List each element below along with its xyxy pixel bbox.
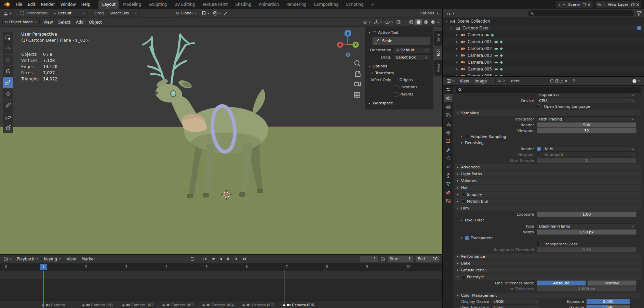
outliner-row-camera-006[interactable]: Camera.006 <box>443 73 644 76</box>
outliner-search[interactable] <box>528 10 634 16</box>
expand-arrow-icon[interactable] <box>455 74 459 76</box>
slider-gamma[interactable]: 1.000 <box>586 305 630 308</box>
timeline-markers-row[interactable]: CameraCamera.001Camera.002Camera.003Came… <box>0 300 442 308</box>
delete-scene-icon[interactable] <box>587 3 591 7</box>
workspace-tab-shading[interactable]: Shading <box>231 0 255 9</box>
image-menu-image[interactable]: Image <box>472 78 489 84</box>
section-volumes[interactable]: ▸Volumes <box>455 178 641 184</box>
field-render[interactable]: 500 <box>537 122 636 128</box>
marker-camera[interactable]: Camera <box>41 303 65 307</box>
properties-search[interactable] <box>456 87 641 93</box>
workspace-tab-animation[interactable]: Animation <box>255 0 283 9</box>
workspace-tab-texture-paint[interactable]: Texture Paint <box>199 0 231 9</box>
topbar-menu-render[interactable]: Render <box>38 1 58 8</box>
fake-user-icon[interactable] <box>550 79 554 83</box>
outliner-row-camera-005[interactable]: Camera.005 <box>443 66 644 73</box>
topbar-menu-help[interactable]: Help <box>79 1 93 8</box>
properties-tab-physics[interactable] <box>444 163 453 171</box>
workspace-tab-compositing[interactable]: Compositing <box>310 0 342 9</box>
properties-tab-texture[interactable] <box>444 197 453 205</box>
drag-dropdown[interactable]: Select Box <box>394 54 430 61</box>
field-width[interactable]: 1.50 px <box>537 229 636 235</box>
camera-view-icon[interactable] <box>354 82 360 86</box>
expand-arrow-icon[interactable] <box>455 33 459 37</box>
checkbox-viewport[interactable] <box>537 153 541 157</box>
end-frame-field[interactable]: End 10 <box>415 256 440 262</box>
blender-logo-icon[interactable] <box>3 2 11 7</box>
section-pixel-filter[interactable]: ▾Pixel Filter <box>458 217 641 223</box>
jump-to-end-button[interactable] <box>241 256 247 262</box>
field-line-thickness[interactable]: 1.000 px <box>537 286 636 292</box>
unlink-image-icon[interactable] <box>564 79 568 83</box>
tool-select-box-button[interactable] <box>3 32 13 43</box>
editor-type-selector[interactable] <box>2 256 13 262</box>
use-preview-range-icon[interactable] <box>380 257 385 261</box>
shading-material-button[interactable] <box>422 19 429 25</box>
sidebar-tab-view[interactable]: View <box>434 60 442 75</box>
summary-channel[interactable] <box>0 271 442 279</box>
properties-tab-scene[interactable] <box>444 120 453 128</box>
checkbox-parents[interactable] <box>394 92 398 97</box>
section-active-tool[interactable]: ▾ Active Tool <box>365 29 433 36</box>
section-light-paths[interactable]: ▸Light Paths <box>455 171 641 177</box>
gizmos-dropdown[interactable] <box>373 19 384 25</box>
tool-transform-button[interactable] <box>3 89 13 99</box>
proportional-editing-toggle[interactable] <box>212 10 223 16</box>
collapse-arrow-icon[interactable] <box>450 26 454 30</box>
axis-gizmo[interactable]: Z X Y <box>337 30 359 56</box>
auto-keying-button[interactable] <box>189 256 196 262</box>
mode-selector[interactable]: Object Mode <box>2 19 40 25</box>
marker-camera-005[interactable]: Camera.005 <box>242 303 274 307</box>
playhead-line[interactable] <box>43 271 44 308</box>
perspective-grid-icon[interactable] <box>354 92 360 97</box>
expand-arrow-icon[interactable] <box>455 47 459 51</box>
expand-arrow-icon[interactable] <box>455 60 459 65</box>
dropdown-type[interactable]: Blackman-Harris <box>537 223 636 229</box>
section-options[interactable]: ▾ Options <box>365 62 433 70</box>
properties-tab-render[interactable] <box>444 94 453 102</box>
next-keyframe-button[interactable] <box>233 256 240 262</box>
image-menu-view[interactable]: View <box>457 78 472 84</box>
dropdown-render[interactable]: NLM <box>542 146 636 152</box>
workspace-tab-modeling[interactable]: Modeling <box>119 0 145 9</box>
workspace-tab-sculpting[interactable]: Sculpting <box>145 0 171 9</box>
section-transform[interactable]: ▾ Transform <box>365 70 433 76</box>
add-workspace-button[interactable]: + <box>367 0 378 9</box>
current-frame-indicator[interactable]: 1 <box>40 264 47 270</box>
image-name-field[interactable]: deer <box>509 78 549 84</box>
new-scene-icon[interactable] <box>582 3 586 7</box>
properties-tab-view-layer[interactable] <box>444 111 453 119</box>
collection-include-checkbox[interactable] <box>637 26 641 30</box>
checkbox-transparent-glass[interactable] <box>537 242 541 246</box>
shading-solid-button[interactable] <box>415 19 422 25</box>
previous-keyframe-button[interactable] <box>209 256 216 262</box>
section-denoising[interactable]: ▾Denoising <box>458 140 641 146</box>
transform-pivot-dropdown[interactable]: Global <box>174 10 199 16</box>
active-tool-button[interactable]: Scale <box>372 37 430 45</box>
properties-tab-modifiers[interactable] <box>444 145 453 154</box>
viewport-menu-select[interactable]: Select <box>56 19 73 25</box>
section-simplify[interactable]: ▸Simplify <box>455 192 641 197</box>
expand-arrow-icon[interactable] <box>455 67 459 72</box>
workspace-tab-uv-editing[interactable]: UV Editing <box>171 0 199 9</box>
tool-annotate-button[interactable] <box>3 100 13 111</box>
drag-dropdown[interactable]: Select Box <box>107 10 140 16</box>
outliner-row-camera-003[interactable]: Camera.003 <box>443 52 644 59</box>
section-checkbox-transparent[interactable] <box>465 236 469 240</box>
checkbox-origins[interactable] <box>394 78 398 82</box>
jump-to-start-button[interactable] <box>201 256 208 262</box>
dropdown-feature-set[interactable]: Supported <box>537 94 636 98</box>
properties-tab-constraints[interactable] <box>444 171 453 179</box>
topbar-menu-edit[interactable]: Edit <box>25 1 38 8</box>
filter-icon[interactable] <box>637 11 642 16</box>
viewport-menu-view[interactable]: View <box>41 19 55 25</box>
section-transparent[interactable]: ▾Transparent <box>458 235 641 241</box>
tool-move-button[interactable] <box>3 55 13 65</box>
workspace-tab-scripting[interactable]: Scripting <box>343 0 367 9</box>
section-color-management[interactable]: ▾Color Management <box>455 293 641 298</box>
checkbox-open-shading-language[interactable] <box>537 104 541 108</box>
timeline-ruler[interactable]: 0123456789101 <box>0 264 442 271</box>
checkbox-render[interactable] <box>537 147 541 151</box>
open-image-icon[interactable] <box>560 79 563 83</box>
section-film[interactable]: ▾Film <box>455 205 641 211</box>
